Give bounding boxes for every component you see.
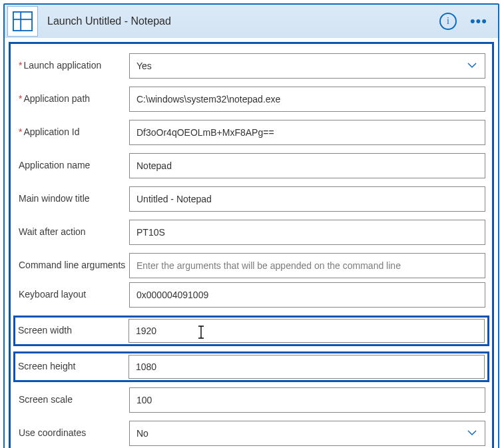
input-wait-after-action[interactable]: PT10S (129, 220, 485, 245)
card-header: Launch Untitled - Notepad i ••• (5, 5, 498, 38)
label-application-name: Application name (17, 160, 129, 172)
properties-panel: Launch application Yes Application path … (9, 42, 494, 448)
chevron-down-icon (466, 427, 478, 441)
input-main-window-title[interactable]: Untitled - Notepad (129, 186, 485, 212)
label-keyboard-layout: Keyboard layout (17, 289, 129, 301)
info-icon[interactable]: i (439, 13, 457, 30)
input-screen-width[interactable]: 1920 (128, 319, 485, 343)
app-icon (7, 6, 38, 37)
label-application-path: Application path (17, 93, 129, 105)
row-application-path: Application path C:\windows\system32\not… (17, 87, 485, 112)
row-command-line-arguments: Command line arguments Enter the argumen… (17, 253, 485, 278)
text-cursor-icon (197, 325, 205, 339)
select-value: No (136, 428, 148, 439)
row-launch-application: Launch application Yes (17, 53, 485, 79)
input-command-line-arguments[interactable]: Enter the arguments that will be appende… (129, 253, 485, 278)
label-screen-scale: Screen scale (17, 394, 129, 406)
label-screen-width: Screen width (15, 325, 128, 337)
label-launch-application: Launch application (17, 60, 129, 72)
input-keyboard-layout[interactable]: 0x000004091009 (129, 282, 485, 308)
row-screen-height: Screen height 1080 (13, 351, 489, 382)
label-main-window-title: Main window title (17, 193, 129, 205)
label-use-coordinates: Use coordinates (17, 427, 129, 439)
input-screen-height[interactable]: 1080 (128, 355, 485, 379)
more-icon[interactable]: ••• (466, 13, 491, 30)
row-screen-scale: Screen scale 100 (17, 387, 485, 413)
row-application-id: Application Id Df3oOr4qOEOLmB+MxF8APg== (17, 120, 485, 145)
label-wait-after-action: Wait after action (17, 226, 129, 238)
card-title: Launch Untitled - Notepad (47, 15, 439, 27)
row-wait-after-action: Wait after action PT10S (17, 220, 485, 245)
svg-rect-0 (13, 11, 32, 30)
row-application-name: Application name Notepad (17, 153, 485, 178)
label-screen-height: Screen height (15, 361, 128, 373)
input-application-name[interactable]: Notepad (129, 153, 485, 178)
row-screen-width: Screen width 1920 (13, 316, 489, 346)
input-screen-scale[interactable]: 100 (129, 387, 485, 413)
row-main-window-title: Main window title Untitled - Notepad (17, 186, 485, 212)
input-application-path[interactable]: C:\windows\system32\notepad.exe (129, 87, 485, 112)
select-launch-application[interactable]: Yes (129, 53, 485, 79)
input-application-id[interactable]: Df3oOr4qOEOLmB+MxF8APg== (129, 120, 485, 145)
row-keyboard-layout: Keyboard layout 0x000004091009 (17, 282, 485, 308)
row-use-coordinates: Use coordinates No (17, 421, 485, 446)
select-use-coordinates[interactable]: No (129, 421, 485, 446)
label-application-id: Application Id (17, 126, 129, 138)
chevron-down-icon (466, 59, 478, 73)
action-card: Launch Untitled - Notepad i ••• Launch a… (3, 3, 499, 448)
label-command-line-arguments: Command line arguments (17, 260, 129, 272)
select-value: Yes (136, 61, 152, 71)
